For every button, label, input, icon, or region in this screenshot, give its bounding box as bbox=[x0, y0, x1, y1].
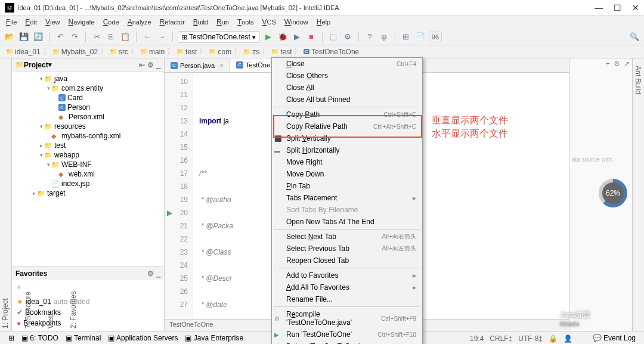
menu-vcs[interactable]: VCS bbox=[258, 17, 279, 27]
context-menu-item[interactable]: 🐞Debug 'TestOneToOne' bbox=[272, 340, 422, 344]
forward-icon[interactable]: → bbox=[156, 31, 168, 43]
menu-view[interactable]: View bbox=[42, 17, 64, 27]
breadcrumb-item[interactable]: CTestOneToOne bbox=[301, 48, 361, 56]
project-collapse-icon[interactable]: ⇤ bbox=[139, 61, 145, 69]
tree-item[interactable]: ◆Person.xml bbox=[12, 112, 164, 122]
sb-event-log[interactable]: 💬 Event Log bbox=[589, 334, 639, 342]
statusbar-item[interactable]: ▣ Java Enterprise bbox=[181, 334, 247, 342]
context-menu-item[interactable]: Close Others bbox=[272, 70, 422, 82]
coverage-button[interactable]: ▶ bbox=[291, 31, 303, 43]
copy-icon[interactable]: ⎘ bbox=[105, 31, 117, 43]
context-menu-item[interactable]: Tabs Placement▸ bbox=[272, 192, 422, 204]
tree-item[interactable]: 📄index.jsp bbox=[12, 179, 164, 188]
settings-icon[interactable]: ⚙ bbox=[342, 31, 354, 43]
menu-help[interactable]: Help bbox=[313, 17, 334, 27]
menu-file[interactable]: File bbox=[2, 17, 20, 27]
tree-item[interactable]: ▾📁WEB-INF bbox=[12, 160, 164, 169]
tree-item[interactable]: ▾📁com.zs.entity bbox=[12, 83, 164, 93]
tree-item[interactable]: CCard bbox=[12, 93, 164, 103]
panel-plus-icon[interactable]: + bbox=[606, 60, 610, 68]
breadcrumb-item[interactable]: 📁main bbox=[138, 48, 167, 56]
editor-tab-context-menu[interactable]: CloseCtrl+F4Close OthersClose AllClose A… bbox=[271, 57, 423, 344]
context-menu-item[interactable]: Pin Tab bbox=[272, 180, 422, 192]
breadcrumb-item[interactable]: 📁com bbox=[206, 48, 234, 56]
breadcrumb-item[interactable]: 📁zs bbox=[241, 48, 262, 56]
menu-run[interactable]: Run bbox=[213, 17, 233, 27]
help-icon[interactable]: ? bbox=[364, 31, 376, 43]
lock-icon[interactable]: 🔒 bbox=[549, 334, 558, 343]
project-settings-icon[interactable]: ⚙ bbox=[147, 61, 154, 69]
file-encoding[interactable]: UTF-8‡ bbox=[518, 334, 543, 343]
context-menu-item[interactable]: ⬛Split Vertically bbox=[272, 132, 422, 144]
left-strip-tab[interactable]: 2: Favorites bbox=[68, 63, 79, 331]
panel-gear-icon[interactable]: ⚙ bbox=[614, 60, 620, 68]
tree-item[interactable]: ◆web.xml bbox=[12, 169, 164, 179]
context-menu-item[interactable]: Rename File... bbox=[272, 293, 422, 305]
open-icon[interactable]: 📂 bbox=[4, 31, 16, 43]
breadcrumb-item[interactable]: 📁idea_01 bbox=[4, 48, 43, 56]
context-menu-item[interactable]: CloseCtrl+F4 bbox=[272, 58, 422, 70]
context-menu-item[interactable]: Close All bbox=[272, 82, 422, 94]
context-menu-item[interactable]: Reopen Closed Tab bbox=[272, 255, 422, 266]
favorite-item[interactable]: ✔ Bookmarks bbox=[17, 307, 159, 318]
breadcrumb-item[interactable]: 📁test bbox=[174, 48, 199, 56]
tree-item[interactable]: ◆mybatis-config.xml bbox=[12, 131, 164, 141]
add-favorite-icon[interactable]: + bbox=[12, 280, 164, 294]
project-tree[interactable]: ▾📁java▾📁com.zs.entityCCardCPerson◆Person… bbox=[12, 72, 164, 266]
menu-code[interactable]: Code bbox=[100, 17, 123, 27]
menu-edit[interactable]: Edit bbox=[21, 17, 41, 27]
run-config-dropdown[interactable]: ⊞ TestOneToOne.test ▾ bbox=[178, 31, 260, 43]
context-menu-item[interactable]: ▶Run 'TestOneToOne'Ctrl+Shift+F10 bbox=[272, 328, 422, 340]
psi-icon[interactable]: ψ bbox=[378, 31, 390, 43]
context-menu-item[interactable]: Open New Tabs At The End bbox=[272, 216, 422, 228]
search-everywhere-icon[interactable]: 🔍 bbox=[628, 31, 640, 43]
cut-icon[interactable]: ✂ bbox=[91, 31, 103, 43]
tree-item[interactable]: ▾📁webapp bbox=[12, 150, 164, 160]
context-menu-item[interactable]: Add All To Favorites▸ bbox=[272, 281, 422, 293]
find-icon[interactable]: 📄 bbox=[414, 31, 426, 43]
tree-item[interactable]: ▸📁target bbox=[12, 188, 164, 198]
debug-button[interactable]: 🐞 bbox=[277, 31, 289, 43]
menu-window[interactable]: Window bbox=[281, 17, 312, 27]
minimize-button[interactable]: — bbox=[595, 3, 603, 13]
paste-icon[interactable]: 📋 bbox=[119, 31, 131, 43]
maximize-button[interactable]: ☐ bbox=[614, 3, 621, 13]
context-menu-item[interactable]: Move Down bbox=[272, 168, 422, 180]
tree-item[interactable]: CPerson bbox=[12, 103, 164, 112]
context-menu-item[interactable]: ⚙Recompile 'TestOneToOne.java'Ctrl+Shift… bbox=[272, 308, 422, 328]
refresh-icon[interactable]: 🔄 bbox=[32, 31, 44, 43]
tree-item[interactable]: ▾📁java bbox=[12, 74, 164, 83]
breadcrumb-item[interactable]: 📁src bbox=[107, 48, 131, 56]
left-strip-tab[interactable]: 1: Project bbox=[0, 63, 11, 331]
favorite-item[interactable]: ★ idea_01 auto-added bbox=[17, 296, 159, 307]
tree-item[interactable]: ▾📁resources bbox=[12, 122, 164, 131]
statusbar-item[interactable]: ▣ 6: TODO bbox=[18, 334, 62, 342]
context-menu-item[interactable]: Select Next TabAlt+向右箭头 bbox=[272, 231, 422, 243]
toggle-icon[interactable]: ⊞ bbox=[400, 31, 412, 43]
breadcrumb-item[interactable]: 📁Mybatis_02 bbox=[50, 48, 100, 56]
file-tab[interactable]: CPerson.java× bbox=[165, 58, 230, 72]
cursor-position[interactable]: 19:4 bbox=[470, 334, 484, 343]
menu-analyze[interactable]: Analyze bbox=[124, 17, 155, 27]
breadcrumb-item[interactable]: 📁test bbox=[269, 48, 294, 56]
fav-settings-icon[interactable]: ⚙ bbox=[147, 269, 154, 278]
fav-hide-icon[interactable]: ⎯ bbox=[156, 269, 160, 278]
context-menu-item[interactable]: Select Previous TabAlt+向左箭头 bbox=[272, 243, 422, 255]
context-menu-item[interactable]: Copy PathCtrl+Shift+C bbox=[272, 109, 422, 120]
menu-refactor[interactable]: Refactor bbox=[156, 17, 188, 27]
close-button[interactable]: ✕ bbox=[632, 3, 639, 13]
left-strip-tab[interactable]: Web bbox=[45, 63, 56, 331]
project-structure-icon[interactable]: ⬚ bbox=[327, 31, 339, 43]
back-icon[interactable]: ← bbox=[141, 31, 153, 43]
context-menu-item[interactable]: Copy Relative PathCtrl+Alt+Shift+C bbox=[272, 120, 422, 132]
menu-navigate[interactable]: Navigate bbox=[65, 17, 98, 27]
favorite-item[interactable]: ● Breakpoints bbox=[17, 318, 159, 328]
save-icon[interactable]: 💾 bbox=[18, 31, 30, 43]
redo-icon[interactable]: ↷ bbox=[69, 31, 80, 43]
context-menu-item[interactable]: Close All but Pinned bbox=[272, 94, 422, 106]
menu-tools[interactable]: Tools bbox=[234, 17, 258, 27]
undo-icon[interactable]: ↶ bbox=[54, 31, 66, 43]
sb-toggle-icon[interactable]: ⊞ bbox=[5, 334, 18, 342]
inspector-icon[interactable]: 👤 bbox=[564, 334, 572, 343]
panel-arrow-icon[interactable]: ↗ bbox=[624, 60, 630, 68]
